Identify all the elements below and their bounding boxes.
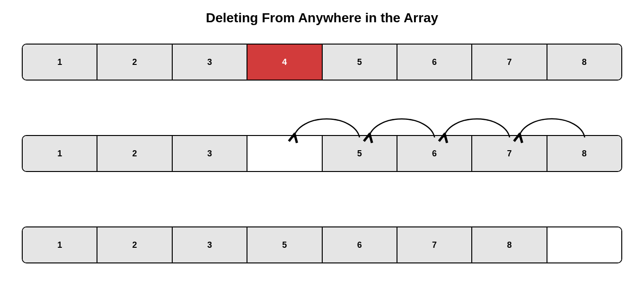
cell-r3-3: 5 (247, 227, 322, 262)
cell-r3-5: 7 (397, 227, 472, 262)
cell-r2-7: 8 (547, 136, 621, 171)
cell-r3-4: 6 (323, 227, 397, 262)
cell-r1-5: 6 (397, 45, 472, 80)
cell-r2-5: 6 (397, 136, 472, 171)
cell-r3-0: 1 (23, 227, 97, 262)
cell-r3-2: 3 (173, 227, 247, 262)
array-row-1: 1 2 3 4 5 6 7 8 (22, 44, 622, 81)
cell-r1-7: 8 (547, 45, 621, 80)
cell-r2-0: 1 (23, 136, 97, 171)
array-row-1-wrap: 1 2 3 4 5 6 7 8 (0, 44, 644, 81)
cell-r2-1: 2 (97, 136, 172, 171)
cell-r2-6: 7 (472, 136, 547, 171)
array-row-3-wrap: 1 2 3 5 6 7 8 (0, 226, 644, 263)
cell-r1-3: 4 (247, 45, 322, 80)
cell-r1-4: 5 (323, 45, 397, 80)
array-row-3: 1 2 3 5 6 7 8 (22, 226, 622, 263)
cell-r2-4: 5 (323, 136, 397, 171)
cell-r1-2: 3 (173, 45, 247, 80)
cell-r3-1: 2 (97, 227, 172, 262)
cell-r1-0: 1 (23, 45, 97, 80)
diagram-title: Deleting From Anywhere in the Array (0, 0, 644, 30)
cell-r2-3 (247, 136, 322, 171)
cell-r1-6: 7 (472, 45, 547, 80)
cell-r1-1: 2 (97, 45, 172, 80)
array-row-2: 1 2 3 5 6 7 8 (22, 135, 622, 172)
array-row-2-wrap: 1 2 3 5 6 7 8 (0, 135, 644, 172)
cell-r3-7 (547, 227, 621, 262)
cell-r2-2: 3 (173, 136, 247, 171)
cell-r3-6: 8 (472, 227, 547, 262)
